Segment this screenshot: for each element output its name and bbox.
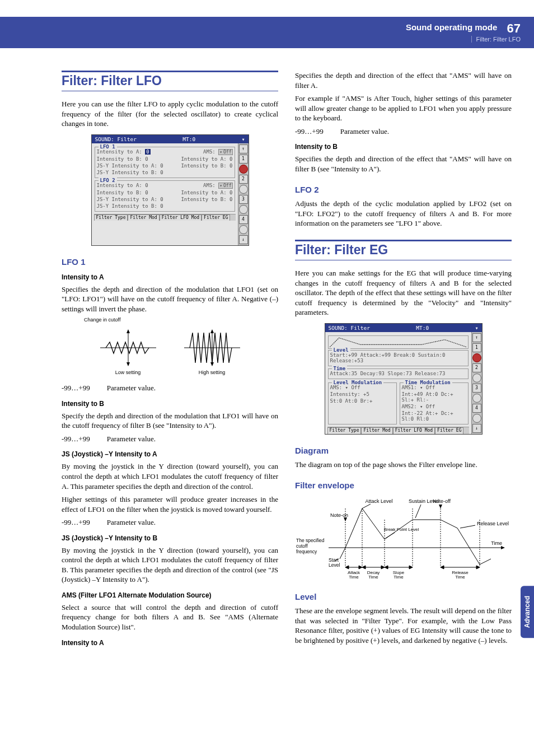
filter-eg-intro: Here you can make settings for the EG th… — [295, 268, 512, 318]
svg-text:Attack Level: Attack Level — [365, 498, 392, 504]
ss2-mt: MT:0 — [416, 325, 429, 331]
envelope-diagram: Time Attack Level Sustain — [295, 494, 512, 581]
low-setting-label: Low setting — [115, 370, 141, 375]
svg-marker-44 — [476, 566, 480, 569]
dropdown-icon: ▾ — [475, 325, 479, 331]
svg-marker-41 — [409, 566, 413, 569]
param-intensity-a: Intensity to A — [62, 273, 278, 281]
svg-text:SlopeTime: SlopeTime — [393, 570, 405, 578]
scroll-down-icon: ↓ — [472, 424, 481, 433]
svg-text:AttackTime: AttackTime — [348, 570, 360, 578]
scroll-down-icon: ↓ — [239, 235, 248, 244]
svg-marker-9 — [501, 546, 505, 549]
envelope-preview-icon — [329, 336, 468, 348]
osc-1: 1 — [239, 155, 248, 164]
svg-text:The specifiedcutofffrequency: The specifiedcutofffrequency — [296, 538, 325, 554]
svg-marker-26 — [344, 517, 347, 521]
ams-int-a-body2: For example if "AMS" is After Touch, hig… — [295, 94, 512, 123]
wave-high-icon — [181, 328, 243, 367]
tab-filter-type: Filter Type — [94, 214, 128, 221]
range-ams-a: -99…+99 — [295, 127, 324, 136]
param-ams-int-a: Intensity to A — [62, 639, 278, 647]
section-filter-lfo: Filter: Filter LFO — [62, 71, 278, 91]
svg-text:Release Level: Release Level — [477, 521, 509, 526]
dot-icon — [239, 165, 248, 174]
svg-line-24 — [460, 525, 475, 528]
param-ams-int-b: Intensity to B — [295, 143, 512, 151]
range-jsya: -99…+99 — [62, 518, 90, 526]
dot-icon — [472, 353, 481, 362]
jsy-a-body1: By moving the joystick in the Y directio… — [62, 461, 278, 491]
filter-lfo-intro: Here you can use the filter LFO to apply… — [62, 99, 278, 129]
svg-marker-22 — [439, 505, 442, 508]
heading-level: Level — [295, 592, 512, 601]
param-jsy-b: JS (Joystick) –Y Intensity to B — [62, 534, 278, 542]
lfo-screenshot: SOUND: Filter MT:0 ▾ LFO 1 Intensity to … — [91, 134, 249, 246]
ams-int-b-body: Specifies the depth and direction of the… — [295, 154, 512, 174]
range-b: -99…+99 — [62, 435, 90, 443]
ss2-title: SOUND: Filter — [329, 325, 370, 331]
circle-icon — [239, 225, 248, 234]
range-a: -99…+99 — [62, 384, 90, 392]
page-number: 67 — [507, 21, 521, 35]
svg-text:Time: Time — [491, 540, 502, 546]
svg-marker-34 — [345, 566, 349, 569]
heading-filter-envelope: Filter envelope — [295, 480, 512, 490]
svg-marker-37 — [362, 566, 366, 569]
ams-body: Select a source that will control the de… — [62, 603, 278, 632]
svg-marker-1 — [127, 329, 130, 333]
wave-low-icon — [97, 328, 159, 367]
group-lfo2: LFO 2 — [99, 178, 117, 183]
ss-mt: MT:0 — [182, 136, 195, 142]
jsy-b-body: By moving the joystick in the Y directio… — [62, 545, 278, 585]
scroll-up-icon: ↑ — [239, 144, 248, 153]
ss-title-text: SOUND: Filter — [95, 136, 137, 142]
osc-2: 2 — [239, 175, 248, 184]
side-tab-advanced: Advanced — [521, 586, 534, 638]
svg-marker-2 — [127, 362, 130, 366]
svg-marker-5 — [210, 329, 214, 333]
circle-icon — [239, 205, 248, 214]
tab-filter-eg: Filter EG — [202, 214, 230, 221]
svg-text:Break Point Level: Break Point Level — [384, 527, 419, 532]
group-lfo1: LFO 1 — [99, 144, 117, 150]
svg-line-28 — [386, 533, 395, 538]
tab-filter-mod: Filter Mod — [128, 214, 159, 221]
svg-text:Note-off: Note-off — [433, 498, 451, 504]
level-body: These are the envelope segment levels. T… — [295, 606, 512, 645]
param-intensity-b: Intensity to B — [62, 400, 278, 408]
svg-line-20 — [415, 505, 421, 518]
section-filter-eg: Filter: Filter EG — [295, 240, 512, 260]
wave-diagrams: Low setting High setting — [62, 328, 278, 375]
tab-filter-lfomod: Filter LFO Mod — [160, 214, 202, 221]
high-setting-label: High setting — [199, 370, 226, 375]
page-header: Sound operating mode 67 Filter: Filter L… — [0, 17, 534, 48]
cutoff-label: Change in cutoff — [84, 317, 278, 323]
svg-marker-43 — [441, 566, 444, 569]
osc-4: 4 — [239, 215, 248, 224]
svg-marker-40 — [385, 566, 388, 569]
svg-text:ReleaseTime: ReleaseTime — [452, 570, 469, 578]
jsy-a-body2: Higher settings of this parameter will p… — [62, 494, 278, 514]
lfo2-body: Adjusts the depth of the cyclic modulati… — [295, 199, 512, 228]
header-title: Sound operating mode — [406, 22, 497, 32]
heading-lfo2: LFO 2 — [295, 185, 512, 194]
eg-screenshot: SOUND: Filter MT:0 ▾ Level Start:+99 Att… — [325, 323, 483, 435]
heading-diagram: Diagram — [295, 446, 512, 455]
param-jsy-a: JS (Joystick) –Y Intensity to A — [62, 450, 278, 458]
diagram-body: The diagram on top of the page shows the… — [295, 460, 512, 470]
ams-int-a-body1: Specifies the depth and direction of the… — [295, 71, 512, 90]
svg-text:DecayTime: DecayTime — [367, 570, 380, 578]
dropdown-icon: ▾ — [242, 136, 245, 142]
osc-3: 3 — [239, 195, 248, 204]
intensity-b-body: Specify the depth and direction of the m… — [62, 411, 278, 431]
scroll-up-icon: ↑ — [472, 333, 481, 342]
header-subtitle: Filter: Filter LFO — [471, 36, 521, 43]
circle-icon — [239, 185, 248, 194]
param-ams: AMS (Filter LFO1 Alternate Modulation So… — [62, 591, 278, 599]
svg-text:Note-on: Note-on — [330, 512, 348, 518]
svg-line-18 — [362, 504, 371, 508]
intensity-a-body: Specifies the depth and direction of the… — [62, 284, 278, 314]
heading-lfo1: LFO 1 — [62, 257, 278, 267]
